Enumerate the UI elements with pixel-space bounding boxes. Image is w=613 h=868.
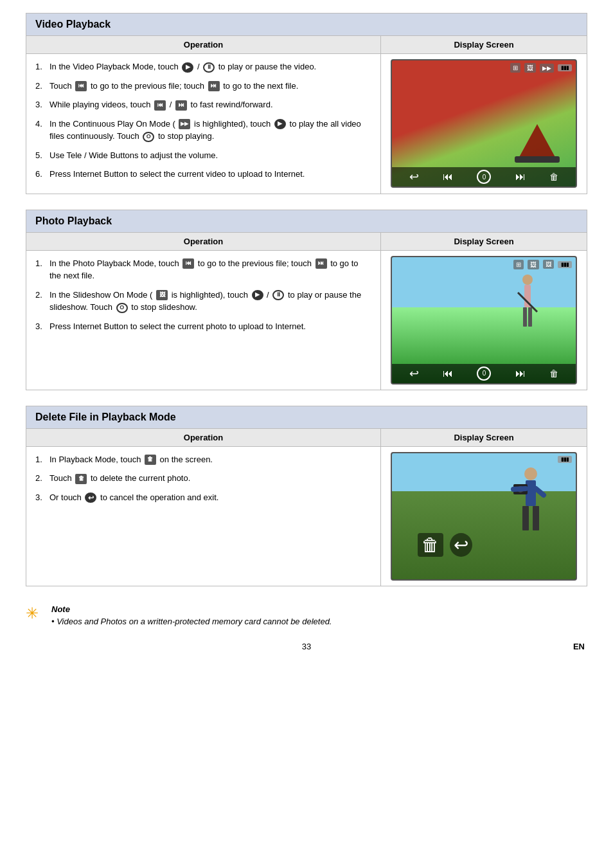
continuous-icon: ▶▶ (179, 119, 190, 129)
video-playback-title: Video Playback (26, 14, 587, 36)
photo-screen-header: Display Screen (381, 233, 587, 251)
back-btn: ↩ (409, 170, 419, 184)
next-icon: ⏭ (208, 81, 220, 91)
photo-next-icon: ⏭ (315, 258, 327, 269)
photo-play-icon: ▶ (252, 290, 263, 300)
delete-operations: 1. In Playback Mode, touch 🗑 on the scre… (26, 447, 381, 586)
note-icon: ✳ (26, 604, 45, 622)
slideshow-icon: 🖼 (156, 290, 168, 300)
page-number: 33 (67, 642, 546, 651)
photo-stop-icon: O (116, 303, 128, 313)
page-lang: EN (546, 642, 585, 651)
photo-op-3: 3. Press Internet Button to select the c… (35, 320, 371, 333)
delete-op-3: 3. Or touch ↩ to cancel the operation an… (35, 491, 371, 504)
video-display-screen: ⊞ 🖼 ▶▶ ▮▮▮ ↩ ⏮ 0 ⏭ 🗑 (381, 54, 587, 194)
golfer-silhouette (511, 273, 544, 344)
slideshow-tb-icon: 🖼 (524, 63, 536, 73)
svg-rect-10 (533, 506, 539, 530)
video-screen-header: Display Screen (381, 36, 587, 54)
note-content: Note • Videos and Photos on a written-pr… (51, 604, 332, 626)
delete-battery-icon: ▮▮▮ (558, 456, 572, 463)
photo-playback-section: Photo Playback Operation Display Screen … (26, 210, 587, 390)
video-screen-mockup: ⊞ 🖼 ▶▶ ▮▮▮ ↩ ⏮ 0 ⏭ 🗑 (391, 59, 577, 188)
rw-icon: ⏮ (154, 100, 166, 111)
photo-screen-bottom-bar: ↩ ⏮ 0 ⏭ 🗑 (392, 364, 576, 383)
photographer-silhouette (508, 466, 553, 543)
video-op-1: 1. In the Video Playback Mode, touch ▶ /… (35, 60, 371, 73)
photo-slide-icon: 🖼 (528, 260, 539, 269)
photo-battery-icon: ▮▮▮ (558, 261, 572, 268)
continuous-tb-icon: ▶▶ (540, 64, 554, 73)
photo-prev-icon: ⏮ (182, 258, 194, 269)
play2-icon: ▶ (274, 119, 286, 129)
delete-file-title: Delete File in Playback Mode (26, 406, 587, 429)
video-op-6: 6. Press Internet Button to select the c… (35, 168, 371, 181)
photo-pause-icon: ⏸ (272, 290, 284, 300)
screen-top-bar: ⊞ 🖼 ▶▶ ▮▮▮ (506, 60, 576, 75)
screen-bottom-bar: ↩ ⏮ 0 ⏭ 🗑 (392, 167, 576, 186)
trash-btn: 🗑 (549, 172, 558, 182)
delete-op-header: Operation (26, 429, 381, 447)
small-trash-icon: 🗑 (145, 455, 156, 465)
video-playback-section: Video Playback Operation Display Screen … (26, 13, 587, 194)
svg-rect-1 (515, 156, 560, 163)
svg-line-15 (536, 489, 544, 495)
play-icon: ▶ (182, 62, 193, 73)
delete-display-screen: ▮▮▮ 🗑 ↩ (381, 447, 587, 586)
photo-op-1: 1. In the Photo Playback Mode, touch ⏮ t… (35, 257, 371, 282)
photo-screen-mockup: ⊞ 🖼 🖼 ▮▮▮ ↩ ⏮ 0 ⏭ 🗑 (391, 256, 577, 384)
video-op-4: 4. In the Continuous Play On Mode ( ▶▶ i… (35, 118, 371, 143)
video-op-header: Operation (26, 36, 381, 54)
video-operations: 1. In the Video Playback Mode, touch ▶ /… (26, 54, 381, 194)
note-title: Note (51, 604, 332, 614)
svg-marker-0 (518, 124, 556, 159)
photo-next-btn: ⏭ (515, 368, 526, 379)
photo-display-screen: ⊞ 🖼 🖼 ▮▮▮ ↩ ⏮ 0 ⏭ 🗑 (381, 251, 587, 390)
svg-rect-9 (522, 506, 529, 530)
video-op-5: 5. Use Tele / Wide Buttons to adjust the… (35, 149, 371, 162)
prev-icon: ⏮ (75, 81, 87, 91)
grid-tb-icon: ⊞ (510, 63, 520, 73)
trash-large-icon: 🗑 (75, 474, 87, 484)
battery-tb-icon: ▮▮▮ (558, 64, 572, 71)
photo-op-2: 2. In the Slideshow On Mode ( 🖼 is highl… (35, 289, 371, 314)
delete-overlay: 🗑 ↩ (418, 533, 472, 557)
svg-line-14 (513, 489, 526, 489)
photo-op-header: Operation (26, 233, 381, 251)
photo-operations: 1. In the Photo Playback Mode, touch ⏮ t… (26, 251, 381, 390)
photo-screen-top-bar: ⊞ 🖼 🖼 ▮▮▮ (510, 257, 576, 272)
delete-screen-mockup: ▮▮▮ 🗑 ↩ (391, 452, 577, 581)
ff-icon: ⏭ (175, 100, 187, 111)
prev-btn: ⏮ (443, 171, 453, 183)
pause-icon: ⏸ (203, 62, 215, 73)
photo-playback-title: Photo Playback (26, 210, 587, 233)
photo-slide2-icon: 🖼 (543, 260, 554, 269)
svg-point-2 (522, 275, 533, 285)
delete-screen-header: Display Screen (381, 429, 587, 447)
page-footer: 33 EN (26, 642, 587, 651)
video-op-3: 3. While playing videos, touch ⏮ / ⏭ to … (35, 98, 371, 111)
delete-screen-top-bar: ▮▮▮ (554, 453, 576, 466)
back-overlay-icon: ↩ (450, 533, 472, 557)
photo-prev-btn: ⏮ (443, 368, 453, 379)
photo-grid-icon: ⊞ (513, 260, 524, 269)
svg-rect-5 (528, 307, 532, 327)
svg-point-7 (524, 467, 537, 480)
photo-play-btn: 0 (477, 366, 491, 381)
stop-icon: O (143, 132, 154, 142)
delete-op-2: 2. Touch 🗑 to delete the current photo. (35, 472, 371, 485)
photo-trash-btn: 🗑 (549, 368, 558, 379)
note-text: • Videos and Photos on a written-protect… (51, 617, 332, 626)
delete-file-section: Delete File in Playback Mode Operation D… (26, 406, 587, 586)
note-section: ✳ Note • Videos and Photos on a written-… (26, 602, 587, 629)
photo-back-btn: ↩ (409, 366, 419, 381)
play-btn: 0 (477, 170, 491, 184)
back-circle-icon: ↩ (85, 493, 96, 503)
next-btn: ⏭ (515, 171, 526, 183)
svg-rect-4 (523, 307, 527, 327)
boat-silhouette (505, 121, 569, 166)
video-op-2: 2. Touch ⏮ to go to the previous file; t… (35, 80, 371, 93)
trash-overlay-icon: 🗑 (418, 533, 443, 557)
delete-op-1: 1. In Playback Mode, touch 🗑 on the scre… (35, 453, 371, 466)
